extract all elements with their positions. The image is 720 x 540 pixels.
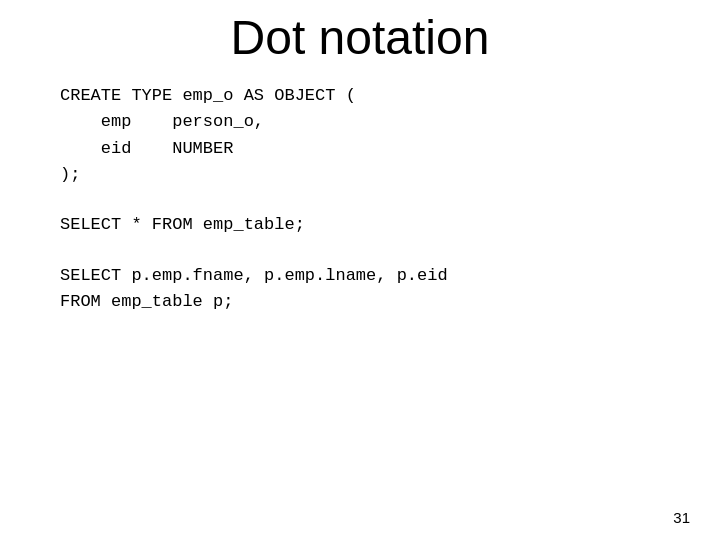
code-block-3: SELECT p.emp.fname, p.emp.lname, p.eid F… — [60, 263, 660, 316]
code-line-1-1: CREATE TYPE emp_o AS OBJECT ( — [60, 83, 660, 109]
page-number: 31 — [673, 509, 690, 526]
slide-container: Dot notation CREATE TYPE emp_o AS OBJECT… — [0, 0, 720, 540]
code-line-1-3: eid NUMBER — [60, 136, 660, 162]
code-line-1-2: emp person_o, — [60, 109, 660, 135]
code-line-1-4: ); — [60, 162, 660, 188]
code-line-3-1: SELECT p.emp.fname, p.emp.lname, p.eid — [60, 263, 660, 289]
code-block-1: CREATE TYPE emp_o AS OBJECT ( emp person… — [60, 83, 660, 188]
code-line-2-1: SELECT * FROM emp_table; — [60, 212, 660, 238]
code-block-2: SELECT * FROM emp_table; — [60, 212, 660, 238]
slide-title: Dot notation — [60, 10, 660, 65]
code-line-3-2: FROM emp_table p; — [60, 289, 660, 315]
